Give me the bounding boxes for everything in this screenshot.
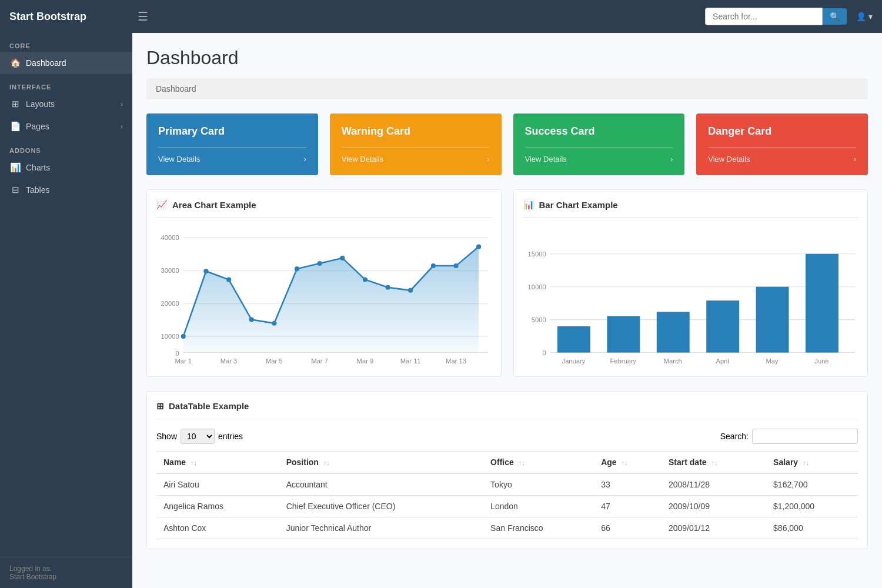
col-startdate[interactable]: Start date ↑↓	[662, 451, 766, 473]
layouts-icon: ⊞	[9, 99, 21, 109]
logged-in-user: Start Bootstrap	[9, 573, 123, 581]
svg-rect-41	[607, 316, 640, 353]
svg-rect-42	[656, 312, 689, 352]
svg-point-23	[453, 263, 458, 268]
charts-icon: 📊	[9, 162, 21, 173]
data-table: Name ↑↓ Position ↑↓ Office ↑↓ Age	[156, 451, 858, 539]
user-menu[interactable]: 👤 ▾	[856, 12, 873, 21]
sort-icon: ↑↓	[621, 459, 627, 466]
card-link-text: View Details	[158, 155, 200, 163]
show-label: Show	[156, 432, 177, 441]
breadcrumb: Dashboard	[146, 78, 868, 99]
area-chart-card: 📈 Area Chart Example 40000 30000 20000 1…	[146, 189, 502, 377]
card-link-text: View Details	[708, 155, 750, 163]
svg-rect-45	[805, 254, 838, 353]
table-search: Search:	[720, 429, 858, 444]
svg-point-24	[476, 244, 481, 249]
svg-text:March: March	[663, 358, 681, 365]
svg-text:June: June	[814, 358, 828, 365]
svg-text:Mar 13: Mar 13	[446, 358, 466, 365]
col-name[interactable]: Name ↑↓	[156, 451, 279, 473]
svg-rect-40	[557, 326, 590, 353]
svg-text:0: 0	[175, 350, 179, 357]
search-button[interactable]: 🔍	[823, 8, 847, 25]
table-cell: Airi Satou	[156, 473, 279, 496]
table-cell: Angelica Ramos	[156, 495, 279, 517]
warning-card: Warning Card View Details ›	[330, 113, 502, 175]
table-cell: Accountant	[279, 473, 483, 496]
search-input[interactable]	[705, 8, 823, 25]
menu-toggle-button[interactable]: ☰	[138, 9, 148, 24]
table-cell: 33	[594, 473, 662, 496]
bar-chart-header: 📊 Bar Chart Example	[523, 199, 858, 218]
svg-point-21	[408, 288, 413, 293]
svg-text:10000: 10000	[161, 333, 179, 340]
table-row: Ashton CoxJunior Technical AuthorSan Fra…	[156, 517, 858, 539]
svg-point-11	[181, 334, 186, 339]
col-office[interactable]: Office ↑↓	[483, 451, 594, 473]
card-link[interactable]: View Details ›	[342, 147, 490, 163]
table-cell: San Francisco	[483, 517, 594, 539]
entries-label: entries	[218, 432, 243, 441]
sort-icon: ↑↓	[323, 459, 330, 466]
table-cell: 66	[594, 517, 662, 539]
sort-icon: ↑↓	[803, 459, 809, 466]
table-cell: 2008/11/28	[662, 473, 766, 496]
arrow-right-icon: ›	[303, 155, 306, 163]
datatable-icon: ⊞	[156, 401, 164, 412]
svg-text:Mar 5: Mar 5	[266, 358, 283, 365]
svg-text:Mar 11: Mar 11	[400, 358, 421, 365]
svg-text:February: February	[610, 358, 636, 365]
table-search-input[interactable]	[752, 429, 858, 444]
card-title: Warning Card	[342, 125, 490, 138]
svg-point-12	[203, 269, 208, 273]
col-position[interactable]: Position ↑↓	[279, 451, 483, 473]
logged-in-label: Logged in as:	[9, 564, 123, 573]
tables-icon: ⊟	[9, 185, 21, 195]
card-link[interactable]: View Details ›	[158, 147, 306, 163]
col-salary[interactable]: Salary ↑↓	[766, 451, 858, 473]
svg-rect-43	[706, 300, 739, 352]
card-link[interactable]: View Details ›	[525, 147, 673, 163]
dashboard-icon: 🏠	[9, 58, 21, 68]
card-link-text: View Details	[525, 155, 567, 163]
svg-text:May: May	[766, 358, 779, 365]
sidebar-item-charts[interactable]: 📊 Charts	[0, 156, 132, 179]
entries-select[interactable]: 10 25 50 100	[181, 429, 215, 444]
svg-text:0: 0	[542, 349, 546, 356]
sidebar-item-pages[interactable]: 📄 Pages ›	[0, 115, 132, 138]
table-cell: Chief Executive Officer (CEO)	[279, 495, 483, 517]
svg-text:5000: 5000	[531, 316, 546, 323]
search-label: Search:	[720, 432, 749, 441]
sort-icon: ↑↓	[191, 459, 197, 466]
svg-text:30000: 30000	[161, 267, 179, 274]
svg-rect-44	[756, 287, 789, 353]
sidebar-section-core: CORE	[0, 33, 132, 52]
table-cell: 2009/10/09	[662, 495, 766, 517]
svg-point-17	[318, 261, 322, 266]
card-title: Primary Card	[158, 125, 306, 138]
sidebar-item-dashboard[interactable]: 🏠 Dashboard	[0, 52, 132, 74]
table-cell: $1,200,000	[766, 495, 858, 517]
sidebar-item-tables[interactable]: ⊟ Tables	[0, 179, 132, 201]
table-cell: Junior Technical Author	[279, 517, 483, 539]
svg-point-22	[431, 263, 436, 268]
sidebar-item-layouts[interactable]: ⊞ Layouts ›	[0, 93, 132, 115]
sidebar: CORE 🏠 Dashboard INTERFACE ⊞ Layouts › 📄…	[0, 33, 132, 588]
svg-text:April: April	[716, 358, 729, 365]
datatable-title: DataTable Example	[169, 401, 249, 411]
svg-text:Mar 3: Mar 3	[220, 358, 238, 365]
col-age[interactable]: Age ↑↓	[594, 451, 662, 473]
arrow-right-icon: ›	[854, 155, 856, 163]
show-entries: Show 10 25 50 100 entries	[156, 429, 243, 444]
sidebar-section-interface: INTERFACE	[0, 74, 132, 93]
charts-row: 📈 Area Chart Example 40000 30000 20000 1…	[146, 189, 868, 377]
svg-point-15	[272, 321, 276, 326]
search-box: 🔍	[705, 8, 847, 25]
sidebar-footer: Logged in as: Start Bootstrap	[0, 557, 132, 588]
svg-text:Mar 9: Mar 9	[357, 358, 374, 365]
sidebar-item-label: Layouts	[26, 99, 55, 109]
layout: CORE 🏠 Dashboard INTERFACE ⊞ Layouts › 📄…	[0, 33, 882, 588]
card-link[interactable]: View Details ›	[708, 147, 856, 163]
svg-point-16	[295, 266, 299, 271]
